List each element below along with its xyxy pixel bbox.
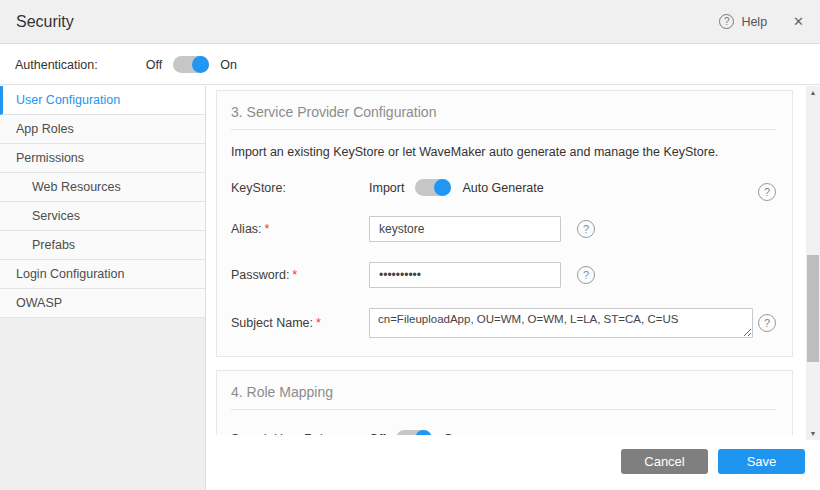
required-asterisk: * bbox=[265, 222, 270, 236]
authentication-bar: Authentication: Off On bbox=[0, 45, 820, 85]
scroll-down-icon[interactable]: ▼ bbox=[806, 427, 820, 440]
toggle-knob bbox=[434, 179, 451, 196]
sidebar-item-login-configuration[interactable]: Login Configuration bbox=[0, 260, 205, 289]
sidebar-item-label: App Roles bbox=[16, 122, 74, 136]
sidebar-item-label: Web Resources bbox=[32, 180, 121, 194]
close-icon[interactable]: ✕ bbox=[793, 14, 804, 29]
security-dialog: Security ? Help ✕ Authentication: Off On… bbox=[0, 0, 820, 490]
authentication-off-label: Off bbox=[146, 58, 162, 72]
keystore-help-icon[interactable]: ? bbox=[758, 183, 776, 201]
sidebar-item-permissions[interactable]: Permissions bbox=[0, 144, 205, 173]
sidebar-item-label: Permissions bbox=[16, 151, 84, 165]
sidebar-item-label: Prefabs bbox=[32, 238, 75, 252]
sidebar-item-label: Login Configuration bbox=[16, 267, 124, 281]
vertical-scrollbar[interactable]: ▲ ▼ bbox=[806, 86, 820, 440]
cancel-button[interactable]: Cancel bbox=[621, 449, 708, 474]
role-mapping-card: 4. Role Mapping Search User Role: Off On bbox=[216, 370, 793, 440]
authentication-toggle[interactable] bbox=[173, 56, 209, 73]
scroll-up-icon[interactable]: ▲ bbox=[806, 86, 820, 99]
alias-input[interactable] bbox=[369, 216, 561, 242]
sidebar-item-label: Services bbox=[32, 209, 80, 223]
sidebar-item-services[interactable]: Services bbox=[0, 202, 205, 231]
required-asterisk: * bbox=[292, 268, 297, 282]
sidebar-item-label: User Configuration bbox=[16, 93, 120, 107]
dialog-footer: Cancel Save bbox=[207, 435, 820, 490]
keystore-description: Import an existing KeyStore or let WaveM… bbox=[231, 145, 776, 159]
subject-name-help-icon[interactable]: ? bbox=[758, 314, 776, 332]
subject-name-label-text: Subject Name: bbox=[231, 316, 313, 330]
keystore-toggle[interactable] bbox=[415, 179, 451, 196]
keystore-label: KeyStore: bbox=[231, 181, 369, 195]
password-input[interactable] bbox=[369, 262, 561, 288]
section-title-role-mapping: 4. Role Mapping bbox=[231, 384, 776, 410]
keystore-row: KeyStore: Import Auto Generate ? bbox=[231, 179, 776, 196]
password-label-text: Password: bbox=[231, 268, 289, 282]
scrollbar-thumb[interactable] bbox=[807, 255, 819, 362]
section-title-service-provider: 3. Service Provider Configuration bbox=[231, 104, 776, 130]
sidebar-item-app-roles[interactable]: App Roles bbox=[0, 115, 205, 144]
service-provider-configuration-card: 3. Service Provider Configuration Import… bbox=[216, 90, 793, 357]
subject-name-textarea[interactable]: cn=FileuploadApp, OU=WM, O=WM, L=LA, ST=… bbox=[369, 308, 753, 338]
keystore-import-label: Import bbox=[369, 181, 404, 195]
save-button[interactable]: Save bbox=[718, 449, 805, 474]
settings-scroll-area: 3. Service Provider Configuration Import… bbox=[207, 86, 806, 440]
subject-name-row: Subject Name:* cn=FileuploadApp, OU=WM, … bbox=[231, 308, 776, 338]
main-panel: 3. Service Provider Configuration Import… bbox=[207, 86, 820, 490]
alias-row: Alias:* ? bbox=[231, 216, 776, 242]
keystore-toggle-group: Import Auto Generate bbox=[369, 179, 544, 196]
header-actions: ? Help ✕ bbox=[719, 14, 804, 29]
subject-name-label: Subject Name:* bbox=[231, 316, 369, 330]
help-icon[interactable]: ? bbox=[719, 14, 734, 29]
help-link[interactable]: Help bbox=[741, 15, 767, 29]
authentication-label: Authentication: bbox=[15, 58, 98, 72]
required-asterisk: * bbox=[316, 316, 321, 330]
password-label: Password:* bbox=[231, 268, 369, 282]
sidebar-item-label: OWASP bbox=[16, 296, 62, 310]
sidebar-item-prefabs[interactable]: Prefabs bbox=[0, 231, 205, 260]
password-help-icon[interactable]: ? bbox=[577, 266, 595, 284]
sidebar-item-web-resources[interactable]: Web Resources bbox=[0, 173, 205, 202]
page-title: Security bbox=[16, 13, 74, 31]
dialog-header: Security ? Help ✕ bbox=[0, 0, 820, 44]
alias-label: Alias:* bbox=[231, 222, 369, 236]
keystore-auto-generate-label: Auto Generate bbox=[462, 181, 543, 195]
alias-help-icon[interactable]: ? bbox=[577, 220, 595, 238]
sidebar: User Configuration App Roles Permissions… bbox=[0, 86, 206, 490]
authentication-on-label: On bbox=[220, 58, 237, 72]
toggle-knob bbox=[192, 56, 209, 73]
sidebar-item-user-configuration[interactable]: User Configuration bbox=[0, 86, 205, 115]
password-row: Password:* ? bbox=[231, 262, 776, 288]
alias-label-text: Alias: bbox=[231, 222, 262, 236]
sidebar-item-owasp[interactable]: OWASP bbox=[0, 289, 205, 318]
